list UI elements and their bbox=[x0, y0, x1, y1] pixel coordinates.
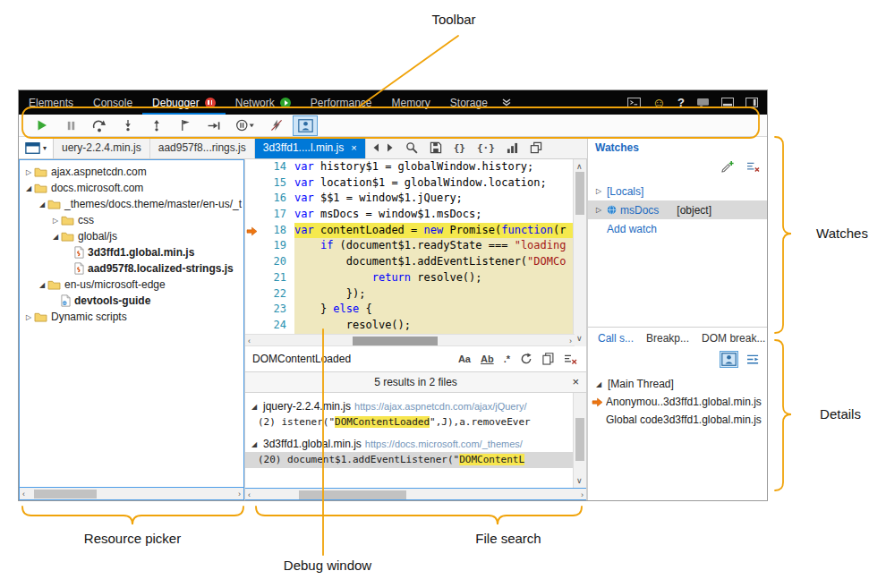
tree-item[interactable]: ▷Dynamic scripts bbox=[20, 309, 243, 325]
continue-icon[interactable] bbox=[30, 116, 54, 135]
breakpoint-margin[interactable] bbox=[245, 191, 260, 207]
tree-item[interactable]: 3d3ffd1.global.min.js bbox=[20, 244, 243, 260]
twisty-expanded-icon[interactable]: ◢ bbox=[249, 403, 260, 411]
tree-item[interactable]: ◢global/js bbox=[20, 228, 243, 244]
breakpoint-margin[interactable] bbox=[245, 175, 260, 192]
dock-bottom-icon[interactable] bbox=[721, 98, 734, 107]
just-my-code-icon[interactable] bbox=[294, 116, 317, 135]
tree-item[interactable]: ◢en-us/microsoft-edge bbox=[20, 277, 243, 293]
panel-tab-network[interactable]: Network bbox=[226, 90, 301, 115]
tree-item[interactable]: aad957f8.localized-strings.js bbox=[20, 260, 243, 277]
result-match[interactable]: (2) istener("DOMContentLoaded",J),a.remo… bbox=[245, 414, 573, 430]
twisty-collapsed-icon[interactable]: ▷ bbox=[594, 206, 603, 214]
twisty-expanded-icon[interactable]: ◢ bbox=[249, 440, 260, 448]
async-frames-icon[interactable] bbox=[746, 352, 760, 367]
compare-icon[interactable] bbox=[530, 141, 542, 154]
scroll-left-icon[interactable]: ‹ bbox=[248, 490, 251, 500]
regex-icon[interactable]: .* bbox=[504, 354, 510, 364]
find-in-files-icon[interactable] bbox=[405, 141, 418, 154]
twisty-collapsed-icon[interactable]: ▷ bbox=[23, 313, 34, 321]
watch-item[interactable]: ▷msDocs[object] bbox=[588, 200, 767, 219]
scrollbar-thumb[interactable] bbox=[353, 337, 438, 345]
pretty-print-icon[interactable]: {} bbox=[454, 143, 465, 153]
disable-breakpoints-icon[interactable] bbox=[265, 116, 288, 135]
profiler-icon[interactable] bbox=[507, 142, 518, 154]
twisty-collapsed-icon[interactable]: ▷ bbox=[594, 187, 603, 195]
scroll-left-icon[interactable]: ‹ bbox=[248, 336, 251, 346]
copy-icon[interactable] bbox=[542, 353, 554, 365]
scrollbar-thumb[interactable] bbox=[34, 490, 97, 499]
file-tab[interactable]: uery-2.2.4.min.js bbox=[54, 137, 150, 158]
refresh-icon[interactable] bbox=[520, 353, 532, 365]
scroll-down-icon[interactable]: ∨ bbox=[576, 333, 583, 344]
tree-item[interactable]: ▷css bbox=[20, 212, 243, 228]
scroll-down-icon[interactable]: ∨ bbox=[576, 475, 583, 486]
file-tab[interactable]: aad957f8...rings.js bbox=[150, 137, 255, 158]
panel-tab-storage[interactable]: Storage bbox=[440, 90, 498, 115]
tree-item[interactable]: ◢docs.microsoft.com bbox=[20, 180, 243, 196]
result-group-header[interactable]: ◢3d3ffd1.global.min.jshttps://docs.micro… bbox=[245, 436, 573, 452]
scrollbar-thumb[interactable] bbox=[575, 172, 584, 215]
panel-tab-elements[interactable]: Elements bbox=[19, 90, 83, 115]
tree-item[interactable]: devtools-guide bbox=[20, 293, 243, 309]
result-match[interactable]: (20) document$1.addEventListener("DOMCon… bbox=[245, 452, 573, 468]
callstack-thread[interactable]: ◢[Main Thread] bbox=[588, 375, 767, 393]
twisty-expanded-icon[interactable]: ◢ bbox=[23, 184, 34, 192]
chevron-double-down-icon[interactable] bbox=[502, 90, 511, 115]
panel-tab-console[interactable]: Console bbox=[83, 90, 142, 115]
whole-word-icon[interactable]: Ab bbox=[481, 354, 494, 364]
dock-right-icon[interactable] bbox=[745, 98, 758, 107]
open-console-icon[interactable] bbox=[627, 98, 641, 107]
twisty-expanded-icon[interactable]: ◢ bbox=[50, 233, 61, 241]
tree-item[interactable]: ◢_themes/docs.theme/master/en-us/_t bbox=[20, 196, 243, 212]
smiley-icon[interactable]: ☺ bbox=[652, 96, 666, 109]
breakpoint-margin[interactable] bbox=[245, 270, 260, 286]
details-tab-dombreak[interactable]: DOM break... bbox=[695, 332, 767, 345]
scroll-right-icon[interactable]: › bbox=[569, 336, 572, 346]
breakpoint-margin[interactable] bbox=[245, 159, 260, 175]
break-on-new-worker-icon[interactable] bbox=[174, 116, 197, 135]
scroll-right-icon[interactable]: › bbox=[581, 490, 584, 500]
forward-icon[interactable] bbox=[387, 143, 394, 152]
panel-tab-debugger[interactable]: Debugger bbox=[142, 90, 226, 115]
code-editor[interactable]: 14var history$1 = globalWindow.history;1… bbox=[245, 159, 573, 334]
breakpoint-margin[interactable] bbox=[245, 318, 260, 334]
help-icon[interactable]: ? bbox=[677, 97, 685, 108]
resource-horizontal-scrollbar[interactable]: ‹ › bbox=[20, 487, 243, 499]
watch-item[interactable]: ▷[Locals] bbox=[588, 182, 767, 200]
code-horizontal-scrollbar[interactable]: ‹ › bbox=[245, 334, 575, 346]
file-picker-button[interactable]: ▾ bbox=[19, 137, 54, 158]
search-query-input[interactable] bbox=[252, 353, 391, 365]
breakpoint-margin[interactable] bbox=[245, 286, 260, 303]
twisty-expanded-icon[interactable]: ◢ bbox=[37, 281, 47, 289]
code-vertical-scrollbar[interactable]: ∧ ∨ bbox=[573, 159, 586, 346]
details-tab-calls[interactable]: Call s... bbox=[592, 332, 640, 345]
step-over-icon[interactable] bbox=[88, 116, 111, 135]
results-vertical-scrollbar[interactable]: ∨ bbox=[573, 393, 586, 488]
breakpoint-margin[interactable] bbox=[245, 207, 260, 223]
delete-watches-icon[interactable] bbox=[746, 160, 760, 173]
continue-to-cursor-icon[interactable] bbox=[202, 116, 226, 135]
just-my-code-icon[interactable] bbox=[720, 352, 737, 367]
tree-item[interactable]: ▷ajax.aspnetcdn.com bbox=[20, 164, 243, 180]
twisty-expanded-icon[interactable]: ◢ bbox=[593, 380, 604, 388]
feedback-icon[interactable] bbox=[696, 98, 710, 108]
breakpoint-margin[interactable] bbox=[245, 254, 260, 270]
step-out-icon[interactable] bbox=[145, 116, 168, 135]
callstack-frame[interactable]: Anonymou...3d3ffd1.global.min.js bbox=[588, 393, 767, 411]
add-watch-link[interactable]: Add watch bbox=[588, 219, 767, 238]
format-icon[interactable]: {·} bbox=[477, 143, 495, 153]
scroll-right-icon[interactable]: › bbox=[238, 489, 241, 499]
step-into-icon[interactable] bbox=[116, 116, 140, 135]
exception-control-icon[interactable] bbox=[231, 116, 260, 135]
break-icon[interactable] bbox=[59, 116, 82, 135]
breakpoint-margin[interactable] bbox=[245, 302, 260, 318]
results-horizontal-scrollbar[interactable]: ‹ › bbox=[245, 488, 586, 500]
scrollbar-thumb[interactable] bbox=[575, 418, 584, 461]
breakpoint-margin[interactable] bbox=[245, 223, 260, 239]
save-icon[interactable] bbox=[430, 141, 442, 154]
twisty-collapsed-icon[interactable]: ▷ bbox=[50, 217, 61, 225]
scrollbar-thumb[interactable] bbox=[299, 490, 406, 499]
back-icon[interactable] bbox=[372, 143, 379, 152]
callstack-frame[interactable]: Global code3d3ffd1.global.min.js bbox=[588, 411, 767, 429]
